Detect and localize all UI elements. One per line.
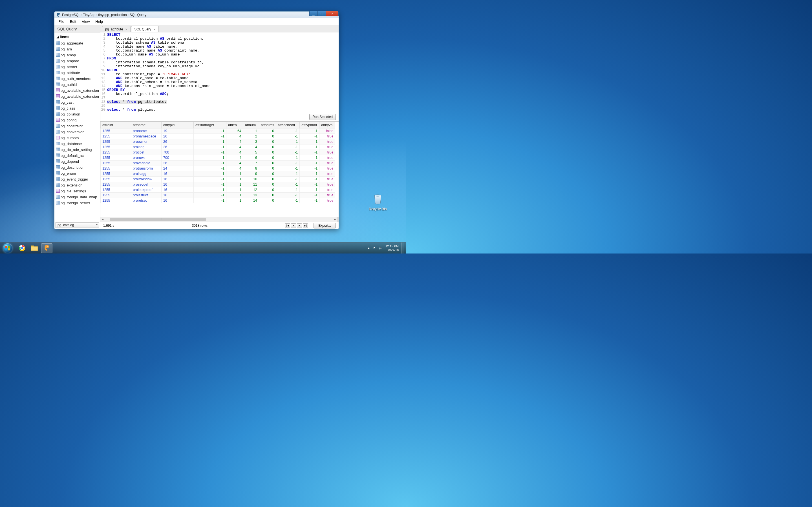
tray-chevron-icon[interactable]: ▲	[367, 246, 370, 249]
sidebar-item[interactable]: pg_file_settings	[54, 188, 100, 194]
sidebar-items-header[interactable]: ◢Items	[54, 33, 100, 40]
table-row[interactable]: 1255provariadic26-1470-1-1true	[101, 161, 335, 166]
sidebar-item[interactable]: pg_conversion	[54, 129, 100, 135]
table-row[interactable]: 1255proiswindow16-11100-1-1true	[101, 177, 335, 182]
tray-flag-icon[interactable]: ⚑	[373, 246, 376, 250]
show-desktop-button[interactable]	[402, 242, 404, 254]
sidebar-item[interactable]: pg_am	[54, 46, 100, 52]
sidebar-item[interactable]: pg_auth_members	[54, 76, 100, 82]
results-hscroll[interactable]: ◄ ⋮⋮ ►	[100, 217, 339, 222]
sidebar-item[interactable]: pg_aggregate	[54, 40, 100, 46]
sidebar-item[interactable]: pg_foreign_data_wrap	[54, 194, 100, 200]
sidebar-item[interactable]: pg_amop	[54, 52, 100, 58]
tab-close-icon[interactable]: ✕	[153, 28, 156, 31]
sidebar-item[interactable]: pg_extension	[54, 182, 100, 188]
svg-rect-99	[56, 166, 60, 169]
scroll-left-icon[interactable]: ◄	[100, 218, 105, 221]
menu-help[interactable]: Help	[93, 19, 105, 24]
column-header[interactable]: atttypid	[161, 122, 194, 128]
desktop-icon-recycle-bin[interactable]: Recycle Bin	[366, 191, 389, 211]
code-area[interactable]: 1SELECT2 kc.ordinal_position AS ordinal_…	[100, 33, 339, 113]
start-button[interactable]	[0, 242, 15, 254]
table-row[interactable]: 1255prorows700-1460-1-1true	[101, 155, 335, 161]
column-header[interactable]: attrelid	[101, 122, 131, 128]
table-row[interactable]: 1255prolang26-1440-1-1true	[101, 145, 335, 150]
taskbar-chrome[interactable]	[16, 243, 28, 253]
sidebar-item[interactable]: pg_attribute	[54, 70, 100, 76]
svg-rect-135	[8, 248, 10, 250]
sidebar-item[interactable]: pg_event_trigger	[54, 176, 100, 182]
table-row[interactable]: 1255procost700-1450-1-1true	[101, 150, 335, 155]
table-row[interactable]: 1255proleakproof16-11120-1-1true	[101, 187, 335, 193]
sidebar-item[interactable]: pg_authid	[54, 82, 100, 88]
pager-first-button[interactable]: |◄	[285, 223, 290, 228]
menu-view[interactable]: View	[80, 19, 92, 24]
sidebar-item[interactable]: pg_enum	[54, 170, 100, 176]
tab[interactable]: SQL Query✕	[131, 26, 159, 32]
column-header[interactable]: attlen	[226, 122, 243, 128]
taskbar-explorer[interactable]	[29, 243, 40, 253]
table-row[interactable]: 1255proisagg16-1190-1-1true	[101, 171, 335, 177]
column-header[interactable]: attstattarget	[194, 122, 226, 128]
window-title: PostgreSQL : TinyApp : tinyapp_productio…	[62, 13, 310, 17]
menu-file[interactable]: File	[56, 19, 66, 24]
desktop-icon-label: Recycle Bin	[366, 207, 389, 211]
sidebar-item[interactable]: pg_available_extension	[54, 88, 100, 94]
sidebar-item[interactable]: pg_cursors	[54, 135, 100, 141]
column-header[interactable]: atttypmod	[300, 122, 319, 128]
sidebar-item[interactable]: pg_collation	[54, 111, 100, 117]
table-row[interactable]: 1255proname19-16410-1-1false	[101, 128, 335, 134]
table-row[interactable]: 1255pronamespace26-1420-1-1true	[101, 134, 335, 139]
svg-rect-133	[8, 246, 10, 248]
sidebar-item[interactable]: pg_description	[54, 165, 100, 170]
close-button[interactable]: ✕	[326, 11, 339, 16]
minimize-button[interactable]: ▁	[309, 11, 318, 16]
sidebar-item[interactable]: pg_amproc	[54, 58, 100, 64]
table-row[interactable]: 1255proowner26-1430-1-1true	[101, 139, 335, 145]
svg-rect-53	[56, 107, 60, 110]
tray-volume-icon[interactable]: 🔈	[378, 246, 383, 250]
pager-next-button[interactable]: ►	[297, 223, 302, 228]
column-header[interactable]: attname	[131, 122, 161, 128]
scroll-right-icon[interactable]: ►	[333, 218, 338, 221]
svg-rect-114	[56, 183, 60, 187]
tab-close-icon[interactable]: ✕	[125, 28, 128, 31]
schema-select[interactable]: pg_catalog	[54, 221, 100, 229]
svg-rect-109	[56, 177, 60, 181]
sidebar-item[interactable]: pg_attrdef	[54, 64, 100, 70]
column-header[interactable]: attnum	[243, 122, 259, 128]
table-row[interactable]: 1255prosecdef16-11110-1-1true	[101, 182, 335, 187]
tab[interactable]: pg_attribute✕	[102, 26, 131, 32]
results-table-wrap[interactable]: attrelidattnameatttypidattstattargetattl…	[100, 121, 339, 217]
sidebar-item[interactable]: pg_default_acl	[54, 153, 100, 159]
svg-rect-37	[56, 83, 60, 86]
column-header[interactable]: attcacheoff	[276, 122, 300, 128]
table-row[interactable]: 1255protransform24-1480-1-1true	[101, 166, 335, 171]
menu-edit[interactable]: Edit	[68, 19, 79, 24]
sidebar-item[interactable]: pg_depend	[54, 159, 100, 165]
schema-select-value[interactable]: pg_catalog	[56, 222, 99, 228]
tabbar: pg_attribute✕SQL Query✕	[100, 25, 339, 33]
taskbar-app[interactable]	[41, 243, 52, 253]
sidebar-item[interactable]: pg_cast	[54, 100, 100, 105]
sidebar-item[interactable]: pg_constraint	[54, 123, 100, 129]
pager: |◄ ◄ ► ►|	[285, 223, 308, 228]
column-header[interactable]: attndims	[259, 122, 276, 128]
export-button[interactable]: Export...	[313, 223, 336, 228]
titlebar[interactable]: PostgreSQL : TinyApp : tinyapp_productio…	[54, 11, 339, 18]
sidebar-item[interactable]: pg_available_extension	[54, 94, 100, 100]
sidebar-item[interactable]: pg_db_role_setting	[54, 147, 100, 153]
pager-prev-button[interactable]: ◄	[291, 223, 296, 228]
maximize-button[interactable]: ▢	[317, 11, 326, 16]
sidebar-item[interactable]: pg_foreign_server	[54, 200, 100, 206]
svg-rect-122	[56, 195, 60, 199]
sidebar-item[interactable]: pg_config	[54, 117, 100, 123]
column-header[interactable]: attbyval	[319, 122, 335, 128]
run-selected-button[interactable]: Run Selected	[309, 114, 336, 120]
pager-last-button[interactable]: ►|	[303, 223, 308, 228]
tray-clock[interactable]: 12:15 PM 8/27/18	[386, 244, 399, 252]
table-row[interactable]: 1255proisstrict16-11130-1-1true	[101, 193, 335, 198]
table-row[interactable]: 1255proretset16-11140-1-1true	[101, 198, 335, 203]
sidebar-item[interactable]: pg_database	[54, 141, 100, 147]
sidebar-item[interactable]: pg_class	[54, 105, 100, 111]
